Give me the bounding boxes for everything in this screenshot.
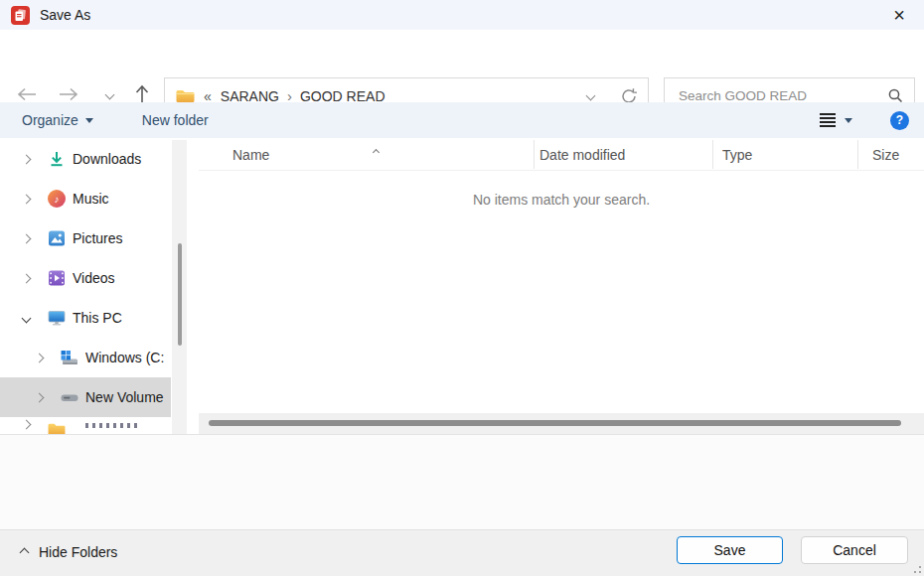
column-header-size[interactable]: Size xyxy=(872,147,899,163)
sidebar-item-clipped[interactable] xyxy=(0,417,171,434)
organize-caret-icon xyxy=(85,118,93,123)
chevron-down-icon[interactable] xyxy=(22,313,32,323)
chevron-right-icon[interactable] xyxy=(22,233,32,243)
window-title: Save As xyxy=(40,7,90,23)
organize-button[interactable]: Organize xyxy=(22,112,93,128)
list-view-icon xyxy=(820,113,836,127)
videos-icon xyxy=(46,268,68,288)
sidebar-scrollbar[interactable] xyxy=(172,140,187,434)
horizontal-scrollbar-thumb[interactable] xyxy=(209,420,901,426)
file-list: Name Date modified Type Size No items ma… xyxy=(199,138,924,434)
downloads-icon xyxy=(46,149,68,169)
sidebar-item-videos[interactable]: Videos xyxy=(0,258,171,298)
command-toolbar: Organize New folder ? xyxy=(0,102,924,138)
sidebar-item-pictures[interactable]: Pictures xyxy=(0,218,171,258)
column-header-name[interactable]: Name xyxy=(232,147,269,163)
cancel-button[interactable]: Cancel xyxy=(801,536,908,564)
title-bar: Save As × xyxy=(0,0,924,30)
sidebar-item-windows-c[interactable]: Windows (C: xyxy=(0,338,171,377)
sidebar-scrollbar-thumb[interactable] xyxy=(178,243,182,346)
column-header-type[interactable]: Type xyxy=(722,147,752,163)
empty-folder-message: No items match your search. xyxy=(199,192,924,208)
navigation-bar: « SARANG › GOOD READ xyxy=(0,30,924,102)
clipped-text xyxy=(85,423,141,428)
column-header-date-modified[interactable]: Date modified xyxy=(539,147,625,163)
chevron-right-icon[interactable] xyxy=(22,273,32,283)
horizontal-scrollbar[interactable] xyxy=(199,413,924,434)
save-as-dialog: Save As × « SARANG › GOOD READ xyxy=(0,0,924,576)
chevron-right-icon[interactable] xyxy=(35,353,45,362)
help-button[interactable]: ? xyxy=(890,111,909,130)
windows-drive-icon xyxy=(59,348,80,367)
folder-icon xyxy=(46,419,68,434)
hide-folders-label: Hide Folders xyxy=(39,544,117,560)
sidebar-item-downloads[interactable]: Downloads xyxy=(0,139,171,179)
pictures-icon xyxy=(46,228,68,248)
views-button[interactable] xyxy=(820,113,852,127)
address-dropdown-icon[interactable] xyxy=(586,91,596,101)
sidebar-item-this-pc[interactable]: This PC xyxy=(0,298,171,338)
footer-bar: Hide Folders Save Cancel xyxy=(0,529,924,576)
drive-icon xyxy=(59,387,80,407)
views-caret-icon xyxy=(845,118,852,123)
search-input[interactable] xyxy=(679,88,887,103)
organize-label: Organize xyxy=(22,112,78,128)
chevron-right-icon xyxy=(22,420,32,430)
chevron-right-icon[interactable] xyxy=(22,154,32,164)
resize-grip[interactable] xyxy=(909,561,921,573)
app-icon xyxy=(11,6,30,25)
music-icon: ♪ xyxy=(46,189,68,209)
this-pc-icon xyxy=(46,308,68,328)
chevron-right-icon[interactable] xyxy=(22,194,32,204)
sort-ascending-icon xyxy=(374,141,379,159)
main-area: Downloads ♪ Music xyxy=(0,138,924,434)
column-divider[interactable] xyxy=(857,140,858,169)
save-button[interactable]: Save xyxy=(677,536,783,564)
fields-panel: File name: nnifer Egan on the Dangers of… xyxy=(0,434,924,529)
list-header: Name Date modified Type Size xyxy=(199,138,924,171)
column-divider[interactable] xyxy=(534,140,535,169)
chevron-up-icon xyxy=(20,547,30,557)
new-folder-button[interactable]: New folder xyxy=(142,112,209,128)
navigation-pane: Downloads ♪ Music xyxy=(0,138,199,434)
sidebar-item-new-volume[interactable]: New Volume xyxy=(0,377,171,417)
column-divider[interactable] xyxy=(712,140,713,169)
sidebar-item-music[interactable]: ♪ Music xyxy=(0,179,171,218)
hide-folders-button[interactable]: Hide Folders xyxy=(21,544,117,560)
chevron-down-icon xyxy=(104,89,114,99)
new-folder-label: New folder xyxy=(142,112,209,128)
close-button[interactable]: × xyxy=(882,0,916,30)
chevron-right-icon[interactable] xyxy=(35,392,45,402)
